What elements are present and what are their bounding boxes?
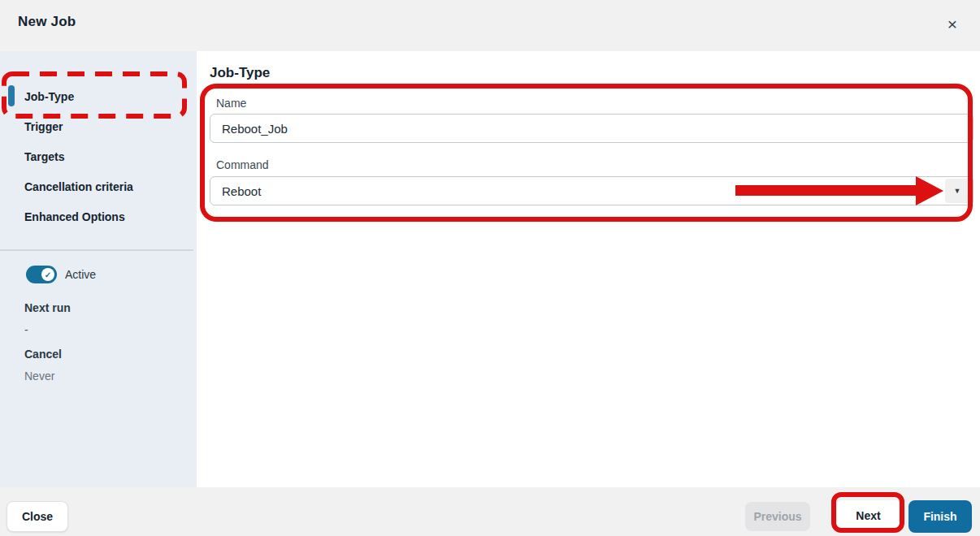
- next-run-label: Next run: [24, 301, 71, 314]
- step-content-panel: Job-Type Name Command Reboot ▼: [197, 51, 980, 487]
- sidebar-item-label: Trigger: [24, 120, 63, 133]
- sidebar-item-label: Job-Type: [24, 90, 74, 103]
- command-field-label: Command: [216, 158, 269, 171]
- close-icon[interactable]: ×: [940, 12, 965, 37]
- next-button[interactable]: Next: [837, 500, 900, 531]
- dialog-header: New Job ×: [0, 0, 980, 51]
- wizard-steps-nav: Job-Type Trigger Targets Cancellation cr…: [0, 81, 197, 231]
- command-selected-value: Reboot: [222, 184, 261, 198]
- wizard-sidebar: Job-Type Trigger Targets Cancellation cr…: [0, 51, 197, 487]
- next-run-value: -: [24, 323, 28, 336]
- sidebar-item-trigger[interactable]: Trigger: [0, 111, 197, 141]
- command-select[interactable]: Reboot ▼: [210, 176, 973, 205]
- finish-button[interactable]: Finish: [908, 500, 972, 533]
- sidebar-item-label: Cancellation criteria: [24, 180, 133, 193]
- chevron-down-icon: ▼: [954, 187, 961, 195]
- dialog-title: New Job: [18, 14, 76, 30]
- toggle-check-icon: ✓: [41, 268, 54, 281]
- sidebar-item-targets[interactable]: Targets: [0, 141, 197, 171]
- new-job-dialog: New Job × Job-Type Trigger Targets Cance…: [0, 0, 980, 536]
- cancel-label: Cancel: [24, 348, 62, 361]
- sidebar-item-label: Enhanced Options: [24, 210, 125, 223]
- sidebar-item-cancellation-criteria[interactable]: Cancellation criteria: [0, 171, 197, 201]
- dialog-footer: Close Previous Next Finish: [0, 487, 980, 536]
- name-input[interactable]: [210, 114, 973, 143]
- active-toggle[interactable]: ✓: [26, 266, 57, 283]
- step-heading: Job-Type: [210, 65, 270, 81]
- sidebar-item-job-type[interactable]: Job-Type: [0, 81, 197, 111]
- sidebar-divider: [0, 249, 193, 251]
- command-dropdown-button[interactable]: ▼: [945, 179, 969, 203]
- name-field-label: Name: [216, 97, 246, 110]
- sidebar-item-enhanced-options[interactable]: Enhanced Options: [0, 201, 197, 231]
- active-step-indicator: [8, 85, 15, 106]
- previous-button[interactable]: Previous: [745, 502, 810, 531]
- sidebar-item-label: Targets: [24, 150, 65, 163]
- close-button[interactable]: Close: [7, 501, 68, 532]
- cancel-value: Never: [24, 370, 54, 383]
- active-toggle-label: Active: [65, 268, 96, 281]
